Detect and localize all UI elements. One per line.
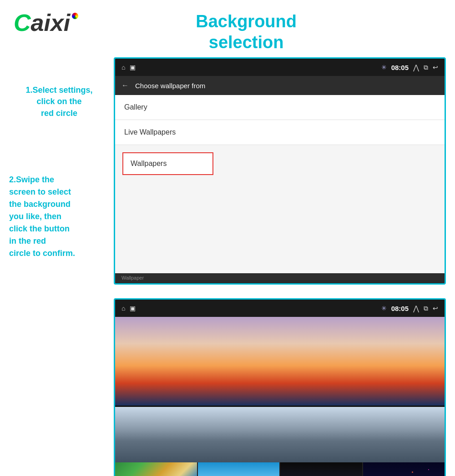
screen1-mockup: ⌂ ▣ ✳ 08:05 ⋀ ⧉ ↩ ← Choose wallpaper fro… [114, 57, 446, 285]
thumbnail-stones[interactable] [115, 407, 445, 462]
thumbnail-sky[interactable] [198, 462, 280, 476]
statusbar-left-icons: ⌂ ▣ [121, 64, 136, 71]
header: C aixi Backgroundselection [0, 0, 455, 57]
screen2-status-time: 08:05 [391, 305, 409, 312]
screen2-statusbar-right: ✳ 08:05 ⋀ ⧉ ↩ [381, 304, 438, 313]
screen2-gallery: Set wallpaper [115, 317, 445, 476]
back-icon: ↩ [433, 64, 438, 71]
screen1-footer: Wallpaper [115, 273, 445, 283]
firework-1 [412, 471, 413, 473]
instructions-panel: 1.Select settings,click on thered circle… [9, 57, 109, 476]
thumbnail-beach[interactable] [115, 462, 197, 476]
gallery-bottom-row [115, 462, 445, 476]
option-live-wallpapers[interactable]: Live Wallpapers [115, 120, 445, 145]
brand-logo: C aixi [14, 9, 78, 36]
bluetooth-icon: ✳ [381, 64, 387, 71]
screen1-toolbar: ← Choose wallpaper from [115, 76, 445, 95]
logo-c: C [14, 9, 31, 36]
screen1-statusbar: ⌂ ▣ ✳ 08:05 ⋀ ⧉ ↩ [115, 59, 445, 76]
status-time: 08:05 [391, 64, 409, 71]
wallpaper-sunset[interactable] [115, 317, 445, 406]
screen2-back-icon: ↩ [433, 305, 438, 312]
logo-rest: aixi [31, 9, 71, 36]
window-icon: ⧉ [424, 64, 428, 71]
screen2-mockup: ⌂ ▣ ✳ 08:05 ⋀ ⧉ ↩ [114, 298, 446, 476]
screen2-signal-icon: ⋀ [413, 304, 419, 313]
main-content: 1.Select settings,click on thered circle… [0, 57, 455, 476]
instruction-1: 1.Select settings,click on thered circle [9, 85, 109, 119]
screen2-screen-icon: ▣ [130, 305, 136, 312]
thumbnail-fireworks[interactable] [363, 462, 445, 476]
screen-icon: ▣ [130, 64, 136, 71]
toolbar-back-icon[interactable]: ← [121, 81, 129, 90]
instruction-2: 2.Swipe thescreen to selectthe backgroun… [9, 174, 109, 260]
home-icon: ⌂ [121, 64, 125, 71]
option-wallpapers[interactable]: Wallpapers [122, 152, 213, 175]
gallery-thumbnail-row [115, 407, 445, 462]
signal-icon: ⋀ [413, 63, 419, 72]
toolbar-title: Choose wallpaper from [135, 82, 205, 90]
logo-dot [72, 13, 78, 19]
screen2-statusbar-left: ⌂ ▣ [121, 305, 136, 312]
page-title: Backgroundselection [78, 9, 441, 53]
screen2-bluetooth-icon: ✳ [381, 305, 387, 312]
firework-4 [428, 469, 429, 470]
gallery-top [115, 317, 445, 462]
empty-space [115, 182, 445, 273]
screen2-window-icon: ⧉ [424, 305, 428, 312]
statusbar-right-icons: ✳ 08:05 ⋀ ⧉ ↩ [381, 63, 438, 72]
screen2-statusbar: ⌂ ▣ ✳ 08:05 ⋀ ⧉ ↩ [115, 300, 445, 317]
thumbnail-dark[interactable] [280, 462, 362, 476]
option-gallery[interactable]: Gallery [115, 95, 445, 120]
screen1-content: Gallery Live Wallpapers Wallpapers [115, 95, 445, 273]
screen2-home-icon: ⌂ [121, 305, 125, 312]
screenshots-panel: ⌂ ▣ ✳ 08:05 ⋀ ⧉ ↩ ← Choose wallpaper fro… [114, 57, 446, 476]
footer-text: Wallpaper [121, 275, 144, 281]
